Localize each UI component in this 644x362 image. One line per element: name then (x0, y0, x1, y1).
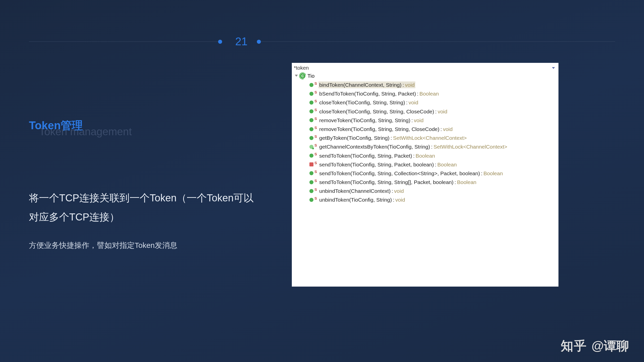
static-marker-icon: S (314, 143, 317, 148)
method-signature: removeToken(TioConfig, String, String, C… (319, 126, 439, 132)
method-public-icon (309, 154, 313, 158)
zhihu-logo: 知乎 (561, 338, 587, 354)
method-row[interactable]: ScloseToken(TioConfig, String, String):v… (309, 98, 558, 107)
method-signature-wrap: bindToken(ChannelContext, String):void (318, 81, 415, 88)
ide-class-row[interactable]: C Tio (292, 72, 558, 80)
method-row[interactable]: SsendToToken(TioConfig, String, Packet):… (309, 151, 558, 160)
method-public-icon (309, 109, 313, 113)
method-public-icon (309, 118, 313, 122)
method-signature: bindToken(ChannelContext, String) (319, 82, 401, 88)
method-public-icon (309, 145, 313, 149)
method-row[interactable]: SsendToToken(TioConfig, String, Collecti… (309, 169, 558, 178)
divider-left (29, 41, 220, 42)
method-row[interactable]: SbindToken(ChannelContext, String):void (309, 80, 558, 89)
static-marker-icon: S (314, 99, 317, 103)
method-signature: sendToToken(TioConfig, String, Collectio… (319, 170, 480, 176)
method-row[interactable]: SremoveToken(TioConfig, String, String, … (309, 125, 558, 133)
method-public-icon (309, 136, 313, 140)
left-text-column: Token management Token管理 将一个TCP连接关联到一个To… (29, 118, 255, 251)
return-separator: : (439, 126, 443, 132)
dropdown-caret-icon[interactable] (552, 67, 555, 69)
method-row[interactable]: SbSendToToken(TioConfig, String, Packet)… (309, 89, 558, 98)
static-marker-icon: S (314, 161, 317, 165)
method-public-icon (309, 198, 313, 202)
return-separator: : (412, 153, 416, 159)
method-deprecated-icon (309, 162, 313, 166)
return-separator: : (434, 109, 438, 114)
return-separator: : (480, 170, 484, 176)
description-primary: 将一个TCP连接关联到一个Token（一个Token可以对应多个TCP连接） (29, 188, 255, 227)
method-row[interactable]: SremoveToken(TioConfig, String, String):… (309, 116, 558, 125)
method-signature: getByToken(TioConfig, String) (319, 135, 389, 141)
method-row[interactable]: SgetByToken(TioConfig, String):SetWithLo… (309, 133, 558, 142)
return-type: void (409, 100, 418, 105)
return-type: void (443, 126, 453, 132)
method-row[interactable]: SsendToToken(TioConfig, String, String[]… (309, 178, 558, 187)
return-type: void (395, 197, 405, 203)
expand-chevron-icon[interactable] (295, 75, 298, 77)
method-signature: unbindToken(TioConfig, String) (319, 197, 392, 203)
method-public-icon (309, 83, 313, 87)
method-signature: sendToToken(TioConfig, String, Packet, b… (319, 162, 434, 167)
method-signature: closeToken(TioConfig, String, String, Cl… (319, 109, 434, 114)
divider-right (259, 41, 615, 42)
page-number: 21 (220, 35, 259, 48)
return-separator: : (434, 162, 437, 167)
method-public-icon (309, 189, 313, 193)
static-marker-icon: S (314, 108, 317, 112)
method-signature-wrap: bSendToToken(TioConfig, String, Packet):… (318, 90, 439, 97)
static-marker-icon: S (314, 187, 317, 192)
method-row[interactable]: SsendToToken(TioConfig, String, Packet, … (309, 160, 558, 169)
method-signature: sendToToken(TioConfig, String, Packet) (319, 153, 412, 159)
return-separator: : (430, 144, 433, 150)
method-row[interactable]: SunbindToken(ChannelContext):void (309, 187, 558, 195)
return-type: Boolean (484, 170, 503, 176)
return-separator: : (401, 82, 405, 88)
return-type: void (438, 109, 448, 114)
method-signature-wrap: removeToken(TioConfig, String, String, C… (318, 126, 453, 132)
method-signature: removeToken(TioConfig, String, String) (319, 117, 410, 123)
method-signature-wrap: unbindToken(TioConfig, String):void (318, 196, 406, 203)
title-main: Token管理 (29, 118, 255, 133)
ide-filter-input[interactable]: *token (294, 65, 552, 71)
method-signature-wrap: unbindToken(ChannelContext):void (318, 188, 405, 194)
method-row[interactable]: ScloseToken(TioConfig, String, String, C… (309, 107, 558, 116)
return-type: Boolean (419, 91, 439, 97)
return-separator: : (391, 188, 394, 194)
static-marker-icon: S (314, 152, 317, 156)
static-marker-icon: S (314, 169, 317, 174)
method-public-icon (309, 180, 313, 184)
method-public-icon (309, 101, 313, 105)
return-type: Boolean (416, 153, 435, 159)
method-signature-wrap: closeToken(TioConfig, String, String, Cl… (318, 108, 448, 115)
return-type: Boolean (457, 179, 476, 185)
title-block: Token management Token管理 (29, 118, 255, 133)
method-list: SbindToken(ChannelContext, String):voidS… (292, 80, 558, 204)
return-separator: : (416, 91, 419, 97)
method-signature-wrap: sendToToken(TioConfig, String, Packet, b… (318, 161, 458, 168)
method-signature-wrap: sendToToken(TioConfig, String, Packet):B… (318, 152, 436, 159)
return-separator: : (405, 100, 409, 105)
watermark: 知乎 @谭聊 (561, 338, 629, 354)
return-separator: : (389, 135, 393, 141)
method-public-icon (309, 171, 313, 175)
method-signature: bSendToToken(TioConfig, String, Packet) (319, 91, 416, 97)
method-public-icon (309, 127, 313, 131)
method-signature-wrap: getByToken(TioConfig, String):SetWithLoc… (318, 134, 467, 141)
watermark-author: @谭聊 (591, 338, 629, 354)
ide-outline-panel: *token C Tio SbindToken(ChannelContext, … (292, 63, 558, 287)
return-type: void (414, 117, 424, 123)
static-marker-icon: S (314, 116, 317, 121)
return-type: void (405, 82, 415, 88)
method-signature-wrap: removeToken(TioConfig, String, String):v… (318, 117, 424, 124)
method-row[interactable]: SunbindToken(TioConfig, String):void (309, 195, 558, 204)
static-marker-icon: S (314, 134, 317, 139)
method-signature-wrap: getChannelContextsByToken(TioConfig, Str… (318, 143, 508, 150)
ide-filter-row[interactable]: *token (292, 64, 558, 72)
static-marker-icon: S (314, 90, 317, 95)
static-marker-icon: S (314, 125, 317, 130)
method-signature: getChannelContextsByToken(TioConfig, Str… (319, 144, 430, 150)
static-marker-icon: S (314, 81, 317, 86)
method-row[interactable]: SgetChannelContextsByToken(TioConfig, St… (309, 142, 558, 151)
static-marker-icon: S (314, 196, 317, 201)
